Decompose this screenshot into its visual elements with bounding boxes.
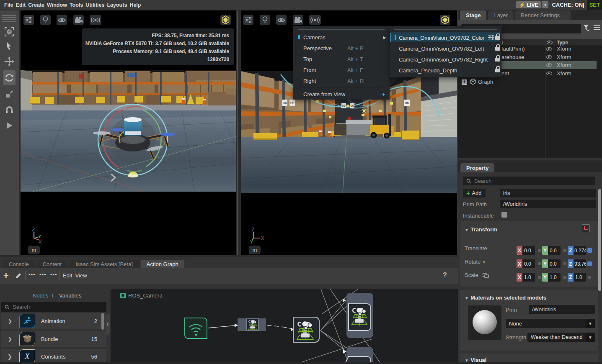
svg-text:Z: Z xyxy=(251,226,255,233)
svg-text:Y: Y xyxy=(250,239,253,244)
svg-text:Z: Z xyxy=(32,226,35,233)
svg-text:X: X xyxy=(39,239,42,244)
svg-text:06: 06 xyxy=(405,101,409,105)
svg-text:Y: Y xyxy=(38,234,41,239)
svg-text:04: 04 xyxy=(283,101,287,105)
svg-text:05: 05 xyxy=(342,104,346,108)
svg-text:06: 06 xyxy=(351,104,354,108)
svg-text:X: X xyxy=(261,236,264,241)
svg-text:05: 05 xyxy=(290,101,295,105)
